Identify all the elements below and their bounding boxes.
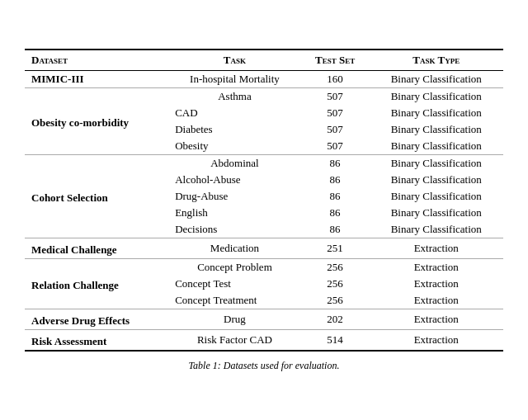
table-row: Adverse Drug EffectsDrug202Extraction	[25, 309, 503, 329]
table-row: MIMIC-IIIIn-hospital Mortality160Binary …	[25, 70, 503, 87]
task-type-cell: Binary Classification	[369, 87, 503, 105]
table-row: Risk AssessmentRisk Factor CAD514Extract…	[25, 329, 503, 351]
dataset-cell: Cohort Selection	[25, 154, 168, 238]
dataset-cell: Adverse Drug Effects	[25, 309, 168, 329]
dataset-cell: Risk Assessment	[25, 329, 168, 351]
test-set-cell: 202	[301, 309, 370, 329]
task-cell: Obesity	[168, 138, 301, 155]
task-cell: Drug	[168, 309, 301, 329]
task-cell: In-hospital Mortality	[168, 70, 301, 87]
dataset-table: Dataset Task Test Set Task Type MIMIC-II…	[25, 49, 503, 352]
col-task-type: Task Type	[369, 50, 503, 71]
col-test-set: Test Set	[301, 50, 370, 71]
task-type-cell: Extraction	[369, 238, 503, 258]
dataset-cell: MIMIC-III	[25, 70, 168, 87]
task-type-cell: Binary Classification	[369, 221, 503, 238]
task-cell: Diabetes	[168, 121, 301, 138]
task-type-cell: Binary Classification	[369, 154, 503, 172]
task-type-cell: Extraction	[369, 309, 503, 329]
test-set-cell: 507	[301, 138, 370, 155]
col-dataset: Dataset	[25, 50, 168, 71]
task-type-cell: Extraction	[369, 258, 503, 276]
task-type-cell: Binary Classification	[369, 188, 503, 205]
task-type-cell: Extraction	[369, 329, 503, 351]
task-cell: Concept Test	[168, 276, 301, 292]
test-set-cell: 160	[301, 70, 370, 87]
test-set-cell: 86	[301, 154, 370, 172]
table-row: Relation ChallengeConcept Problem256Extr…	[25, 258, 503, 276]
test-set-cell: 256	[301, 292, 370, 309]
task-type-cell: Binary Classification	[369, 138, 503, 155]
task-type-cell: Binary Classification	[369, 121, 503, 138]
task-cell: English	[168, 205, 301, 221]
task-type-cell: Binary Classification	[369, 205, 503, 221]
task-cell: Drug-Abuse	[168, 188, 301, 205]
task-cell: Decisions	[168, 221, 301, 238]
test-set-cell: 507	[301, 87, 370, 105]
test-set-cell: 507	[301, 105, 370, 121]
test-set-cell: 251	[301, 238, 370, 258]
table-caption: Table 1: Datasets used for evaluation.	[25, 360, 503, 372]
task-type-cell: Binary Classification	[369, 105, 503, 121]
task-type-cell: Extraction	[369, 292, 503, 309]
task-cell: Abdominal	[168, 154, 301, 172]
task-type-cell: Binary Classification	[369, 172, 503, 188]
test-set-cell: 86	[301, 221, 370, 238]
table-row: Medical ChallengeMedication251Extraction	[25, 238, 503, 258]
test-set-cell: 514	[301, 329, 370, 351]
task-cell: Concept Treatment	[168, 292, 301, 309]
test-set-cell: 86	[301, 188, 370, 205]
task-type-cell: Binary Classification	[369, 70, 503, 87]
task-type-cell: Extraction	[369, 276, 503, 292]
task-cell: Asthma	[168, 87, 301, 105]
test-set-cell: 507	[301, 121, 370, 138]
table-row: Obesity co-morbidityAsthma507Binary Clas…	[25, 87, 503, 105]
dataset-cell: Medical Challenge	[25, 238, 168, 258]
table-container: Dataset Task Test Set Task Type MIMIC-II…	[16, 32, 512, 389]
task-cell: Medication	[168, 238, 301, 258]
test-set-cell: 256	[301, 258, 370, 276]
table-row: Cohort SelectionAbdominal86Binary Classi…	[25, 154, 503, 172]
test-set-cell: 256	[301, 276, 370, 292]
task-cell: Concept Problem	[168, 258, 301, 276]
dataset-cell: Obesity co-morbidity	[25, 87, 168, 154]
test-set-cell: 86	[301, 205, 370, 221]
task-cell: Alcohol-Abuse	[168, 172, 301, 188]
col-task: Task	[168, 50, 301, 71]
task-cell: Risk Factor CAD	[168, 329, 301, 351]
test-set-cell: 86	[301, 172, 370, 188]
dataset-cell: Relation Challenge	[25, 258, 168, 309]
table-header-row: Dataset Task Test Set Task Type	[25, 50, 503, 71]
task-cell: CAD	[168, 105, 301, 121]
